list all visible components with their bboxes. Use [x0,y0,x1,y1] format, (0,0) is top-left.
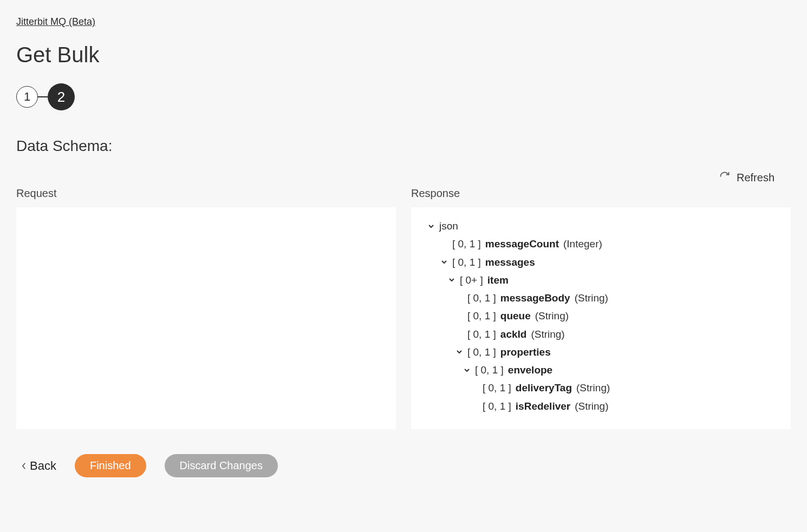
tree-node-ackid[interactable]: [ 0, 1 ] ackId (String) [422,325,780,343]
field-type: (String) [531,325,564,343]
back-button[interactable]: Back [22,459,56,473]
tree-node-messagebody[interactable]: [ 0, 1 ] messageBody (String) [422,289,780,307]
tree-node-item[interactable]: [ 0+ ] item [422,271,780,289]
chevron-left-icon [22,459,27,473]
step-2[interactable]: 2 [48,83,75,110]
breadcrumb[interactable]: Jitterbit MQ (Beta) [16,16,95,27]
response-panel[interactable]: json [ 0, 1 ] messageCount (Integer) [ 0… [411,207,791,429]
chevron-down-icon [463,367,471,373]
field-name: item [487,271,509,289]
field-name: messageCount [485,235,559,253]
refresh-label: Refresh [737,172,775,184]
refresh-button[interactable]: Refresh [16,171,791,184]
tree-node-messagecount[interactable]: [ 0, 1 ] messageCount (Integer) [422,235,780,253]
tree-node-label: json [439,217,458,235]
refresh-icon [719,171,730,184]
cardinality: [ 0, 1 ] [452,235,481,253]
field-name: messageBody [500,289,570,307]
back-label: Back [30,459,56,473]
stepper: 1 2 [16,83,791,110]
chevron-down-icon [440,259,448,265]
tree-node-messages[interactable]: [ 0, 1 ] messages [422,253,780,271]
step-connector [38,96,48,97]
field-type: (String) [575,397,608,415]
request-panel [16,207,396,429]
tree-node-json[interactable]: json [422,217,780,235]
field-type: (String) [535,307,569,325]
field-name: ackId [500,325,527,343]
field-name: properties [500,343,551,361]
cardinality: [ 0, 1 ] [467,289,496,307]
step-1[interactable]: 1 [16,86,38,108]
chevron-down-icon [455,349,463,355]
tree-node-deliverytag[interactable]: [ 0, 1 ] deliveryTag (String) [422,379,780,397]
tree-node-queue[interactable]: [ 0, 1 ] queue (String) [422,307,780,325]
field-name: queue [500,307,531,325]
field-name: deliveryTag [516,379,572,397]
field-type: (Integer) [563,235,602,253]
discard-changes-button[interactable]: Discard Changes [165,454,278,477]
tree-node-isredeliver[interactable]: [ 0, 1 ] isRedeliver (String) [422,397,780,415]
cardinality: [ 0, 1 ] [452,253,481,271]
field-type: (String) [575,289,608,307]
chevron-down-icon [427,223,435,229]
field-name: envelope [508,361,552,379]
finished-button[interactable]: Finished [75,454,146,477]
page-title: Get Bulk [16,43,791,67]
cardinality: [ 0, 1 ] [483,379,511,397]
response-label: Response [411,187,791,200]
cardinality: [ 0, 1 ] [467,307,496,325]
cardinality: [ 0, 1 ] [467,343,496,361]
tree-node-envelope[interactable]: [ 0, 1 ] envelope [422,361,780,379]
section-title: Data Schema: [16,137,791,155]
cardinality: [ 0, 1 ] [467,325,496,343]
tree-node-properties[interactable]: [ 0, 1 ] properties [422,343,780,361]
cardinality: [ 0, 1 ] [483,397,511,415]
request-label: Request [16,187,396,200]
cardinality: [ 0, 1 ] [475,361,504,379]
field-name: messages [485,253,535,271]
cardinality: [ 0+ ] [460,271,483,289]
field-name: isRedeliver [516,397,570,415]
field-type: (String) [576,379,610,397]
chevron-down-icon [448,277,455,283]
